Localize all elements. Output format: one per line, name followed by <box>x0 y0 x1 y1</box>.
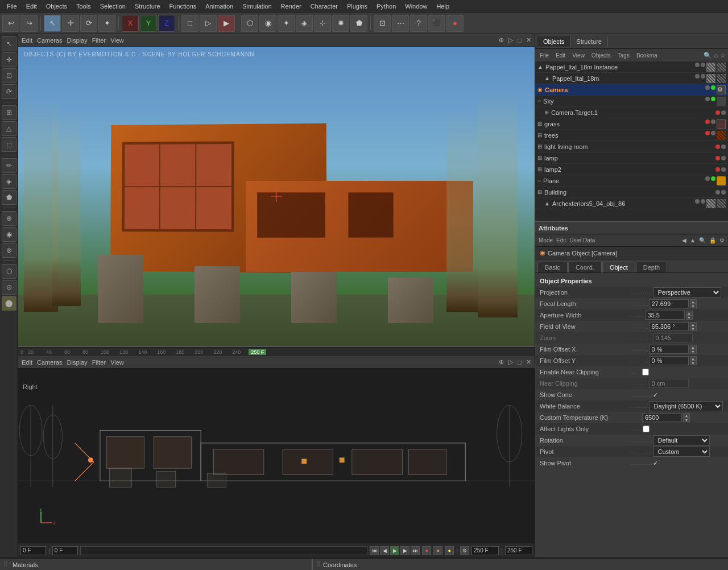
object-row-lamp2[interactable]: ⊞ lamp2 <box>535 164 728 175</box>
next-frame-button[interactable]: ▶ <box>400 546 410 555</box>
object-row-grass[interactable]: ⊞ grass <box>535 118 728 130</box>
viewport-top-menu-filter[interactable]: Filter <box>92 37 106 44</box>
camera-target-dot-2[interactable] <box>721 110 726 115</box>
menu-objects[interactable]: Objects <box>42 2 72 11</box>
menu-python[interactable]: Python <box>372 2 400 11</box>
object-row-sky[interactable]: ○ Sky <box>535 96 728 107</box>
help-button[interactable]: ? <box>410 15 427 32</box>
z-axis-button[interactable]: Z <box>158 15 175 32</box>
lamp-dot-1[interactable] <box>715 156 720 160</box>
objects-menu-tags[interactable]: Tags <box>615 52 632 59</box>
lamp2-dot-2[interactable] <box>721 167 726 172</box>
viewport-bottom-menu-edit[interactable]: Edit <box>22 359 32 366</box>
sidebar-tool-12[interactable]: ◉ <box>2 227 16 242</box>
prop-rotation-dropdown[interactable]: Default HPB <box>653 435 710 445</box>
record-pos-button[interactable]: ● <box>422 546 431 555</box>
prop-focal-up[interactable]: ▲ <box>690 299 697 304</box>
attr-tab-depth[interactable]: Depth <box>636 262 667 272</box>
attr-user-data[interactable]: User Data <box>569 237 595 243</box>
prop-aperture-input[interactable] <box>645 311 685 320</box>
menu-help[interactable]: Help <box>432 2 454 11</box>
trees-dot-1[interactable] <box>705 131 710 135</box>
object-row-light-living-room[interactable]: ⊞ light living room <box>535 141 728 152</box>
prop-projection-dropdown[interactable]: Perspective Parallel Isometric <box>653 287 721 298</box>
prop-aperture-up[interactable]: ▲ <box>686 311 693 315</box>
rotate-button[interactable]: ✦ <box>98 15 115 32</box>
move-button[interactable]: ✛ <box>62 15 79 32</box>
prop-affect-lights-checkbox[interactable] <box>643 426 650 432</box>
grass-settings[interactable] <box>717 119 726 129</box>
sidebar-tool-7[interactable]: ◻ <box>2 137 16 152</box>
grass-dot-2[interactable] <box>711 119 715 124</box>
sky-dot-1[interactable] <box>705 97 710 101</box>
arch-dot-1[interactable] <box>695 199 700 204</box>
building-dot-1[interactable] <box>715 190 720 195</box>
menu-selection[interactable]: Selection <box>96 2 130 11</box>
prop-focal-input[interactable] <box>649 299 689 308</box>
viewport-top-menu-edit[interactable]: Edit <box>22 37 32 44</box>
tab-objects[interactable]: Objects <box>537 36 570 47</box>
llr-dot-1[interactable] <box>715 144 720 149</box>
menu-file[interactable]: File <box>2 2 22 11</box>
sidebar-tool-13[interactable]: ⊗ <box>2 243 16 258</box>
more-tools-button[interactable]: ⊡ <box>374 15 391 32</box>
viewport-top-icon-1[interactable]: ⊕ <box>499 36 504 44</box>
pappel-instance-dot-2[interactable] <box>701 63 705 67</box>
timeline-config-button[interactable]: ⚙ <box>460 546 469 555</box>
viewport-top-menu-display[interactable]: Display <box>67 37 88 44</box>
attr-tab-basic[interactable]: Basic <box>537 262 568 272</box>
viewport-bottom-menu-filter[interactable]: Filter <box>92 359 106 366</box>
viewport-bottom-menu-view[interactable]: View <box>110 359 124 366</box>
prop-film-y-input[interactable] <box>649 356 689 365</box>
viewport-top-menu-cameras[interactable]: Cameras <box>37 37 63 44</box>
plane-dot-1[interactable] <box>705 176 710 181</box>
prev-frame-button[interactable]: ◀ <box>380 546 389 555</box>
prop-custom-temp-input[interactable] <box>642 413 682 422</box>
object-row-pappel-instance[interactable]: ▲ Pappel_Ital_18m Instance <box>535 61 728 73</box>
sidebar-rotate-tool[interactable]: ⟳ <box>2 84 16 99</box>
prop-film-y-down[interactable]: ▼ <box>690 361 697 365</box>
snap-button[interactable]: ⋯ <box>392 15 409 32</box>
prop-wb-dropdown[interactable]: Daylight (6500 K) Tungsten Custom <box>649 401 723 411</box>
prop-focal-down[interactable]: ▼ <box>690 304 697 308</box>
viewport-bottom-icon-4[interactable]: ✕ <box>526 358 531 366</box>
viewport-bottom-menu-cameras[interactable]: Cameras <box>37 359 63 366</box>
objects-menu-view[interactable]: View <box>570 52 587 59</box>
goto-end-button[interactable]: ⏭ <box>411 546 420 555</box>
object-row-lamp[interactable]: ⊞ lamp <box>535 152 728 164</box>
llr-dot-2[interactable] <box>721 144 726 149</box>
object-row-building[interactable]: ⊞ Building <box>535 187 728 198</box>
viewport-bottom-icon-2[interactable]: ▷ <box>508 358 513 366</box>
sidebar-tool-5[interactable]: ⊞ <box>2 105 16 120</box>
prop-aperture-down[interactable]: ▼ <box>686 315 693 320</box>
sky-settings[interactable] <box>717 97 726 106</box>
attr-search-icon[interactable]: 🔍 <box>699 237 706 243</box>
sidebar-tool-15[interactable]: ⊙ <box>2 280 16 295</box>
attr-config-icon[interactable]: ⚙ <box>719 237 725 243</box>
viewport-top-menu-view[interactable]: View <box>110 37 124 44</box>
sidebar-tool-9[interactable]: ◈ <box>2 174 16 189</box>
sidebar-tool-8[interactable]: ✏ <box>2 158 16 173</box>
grass-dot-1[interactable] <box>705 119 710 124</box>
objects-search-icon[interactable]: 🔍 <box>704 52 712 59</box>
tab-structure[interactable]: Structure <box>570 36 608 47</box>
cube-button[interactable]: ⬡ <box>241 15 258 32</box>
goto-start-button[interactable]: ⏮ <box>370 546 379 555</box>
prop-pivot-dropdown[interactable]: Custom Object Origin <box>653 447 710 457</box>
object-row-camera[interactable]: ◉ Camera ⚙ <box>535 84 728 96</box>
viewport-bottom-menu-display[interactable]: Display <box>67 359 88 366</box>
objects-menu-file[interactable]: File <box>537 52 551 59</box>
sidebar-tool-16[interactable]: ⬤ <box>2 296 16 311</box>
prop-fov-down[interactable]: ▼ <box>690 327 697 331</box>
move-tool-button[interactable]: ↖ <box>44 15 61 32</box>
prop-film-y-up[interactable]: ▲ <box>690 356 697 361</box>
attr-mode[interactable]: Mode <box>539 237 553 243</box>
prop-fov-input[interactable] <box>649 322 689 331</box>
objects-bookmark-icon[interactable]: ☆ <box>720 52 726 59</box>
timeline-current-frame[interactable] <box>52 546 78 555</box>
viewport-top-icon-3[interactable]: □ <box>518 37 522 44</box>
object-row-trees[interactable]: ⊞ trees <box>535 130 728 141</box>
viewport-bottom-icon-3[interactable]: □ <box>518 359 522 366</box>
arch-dot-2[interactable] <box>701 199 705 204</box>
scale-button[interactable]: ⟳ <box>80 15 97 32</box>
